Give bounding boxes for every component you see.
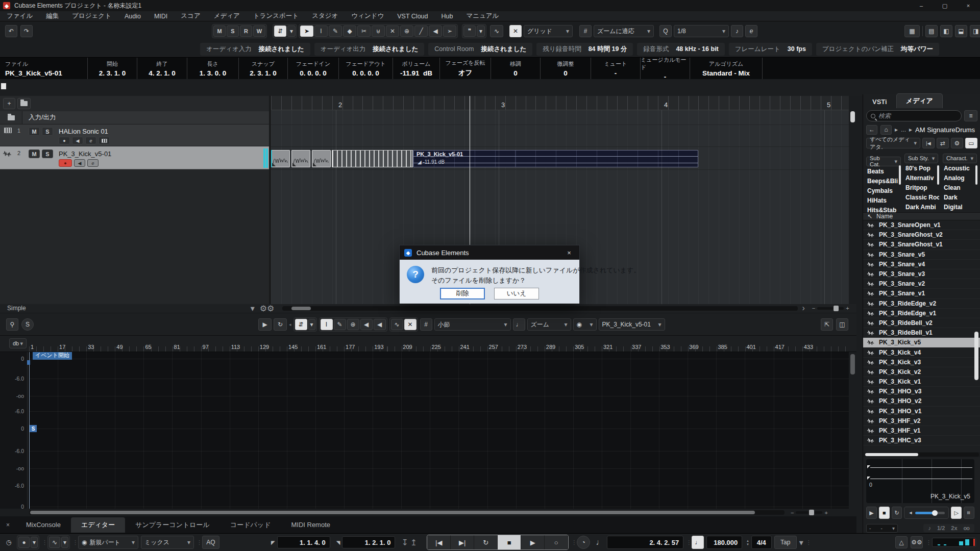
menu-マニュアル[interactable]: マニュアル <box>459 12 505 20</box>
status-segment[interactable]: プロジェクトのパン補正均等パワー <box>816 43 939 56</box>
menu-ファイル[interactable]: ファイル <box>0 12 39 20</box>
time-signature-field[interactable]: 4/4 <box>751 536 772 549</box>
filter-item[interactable]: Beats <box>866 166 901 176</box>
media-type-dropdown[interactable]: すべてのメディアタ. <box>866 138 920 148</box>
filter-item[interactable]: Classic Roc <box>904 192 939 202</box>
info-field[interactable]: アルゴリズムStandard - Mix <box>690 58 763 79</box>
tab-MIDI Remote[interactable]: MIDI Remote <box>281 518 340 532</box>
audio-event-thumbnail[interactable] <box>291 150 310 167</box>
dialog-title-bar[interactable]: ◆ Cubase Elements <box>400 245 579 260</box>
menu-MIDI[interactable]: MIDI <box>148 13 174 20</box>
object-selection-tool[interactable] <box>300 26 313 37</box>
auto-monitor-dropdown[interactable] <box>287 26 296 37</box>
filter-header-dropdown[interactable]: Sub Cat. <box>866 157 901 166</box>
glue-tool[interactable] <box>372 26 385 37</box>
grid-type-dropdown[interactable]: ズームに適応 <box>594 25 654 37</box>
play-button[interactable] <box>521 535 545 549</box>
file-row[interactable]: PK_3_Kick_v4 <box>863 347 980 357</box>
stop-button[interactable] <box>498 535 521 549</box>
project-ruler[interactable]: 2345 <box>271 96 849 110</box>
editor-vertical-scrollbar[interactable] <box>849 352 856 516</box>
autoscroll-icon[interactable] <box>295 319 307 330</box>
beat-sync-icon[interactable] <box>928 525 932 531</box>
track1-solo-button[interactable]: S <box>42 127 53 136</box>
volume-slider[interactable] <box>915 512 945 514</box>
track2-monitor-icon[interactable] <box>74 159 85 167</box>
line-tool[interactable] <box>414 26 428 37</box>
info-field[interactable]: フェードイン0. 0. 0. 0 <box>288 58 339 79</box>
shuffle-icon[interactable] <box>937 138 949 148</box>
file-row[interactable]: PK_3_Snare_v1 <box>863 289 980 298</box>
file-row[interactable]: PK_3_RideBell_v1 <box>863 328 980 338</box>
pin-icon[interactable] <box>6 318 18 331</box>
event-start-line[interactable]: イベント開始 S <box>29 352 30 509</box>
setup-window-layout-icon[interactable] <box>904 25 920 37</box>
scroll-groove[interactable] <box>29 510 785 515</box>
info-field[interactable]: フェーズを反転オフ <box>440 58 491 79</box>
info-field[interactable]: 移調0 <box>491 58 541 79</box>
info-field[interactable]: 長さ1. 3. 0. 0 <box>187 58 239 79</box>
status-segment[interactable]: フレームレート30 fps <box>729 43 812 56</box>
tab-サンプラーコントロール[interactable]: サンプラーコントロール <box>125 517 220 533</box>
tab-エディター[interactable]: エディター <box>71 517 125 533</box>
io-folder-track[interactable]: 入力/出力 <box>0 111 269 124</box>
file-row[interactable]: PK_3_Kick_v1 <box>863 377 980 387</box>
comment-dropdown[interactable] <box>477 26 485 37</box>
track2-record-enable-icon[interactable] <box>59 159 72 167</box>
file-row[interactable]: PK_3_HHC_v3 <box>863 436 980 445</box>
scrollbar-thumb[interactable] <box>865 453 918 456</box>
snap-zero-crossing-icon[interactable] <box>391 319 403 330</box>
erase-tool[interactable] <box>343 26 356 37</box>
info-field[interactable]: 開始2. 3. 1. 0 <box>88 58 137 79</box>
audio-mix-mode-dropdown[interactable]: ミックス <box>141 536 194 549</box>
dialog-close-icon[interactable] <box>559 249 579 257</box>
musical-mode-icon[interactable] <box>513 318 525 331</box>
editor-horizontal-scrollbar[interactable] <box>0 509 849 516</box>
quantize-panel-icon[interactable] <box>745 25 757 37</box>
track1-mute-button[interactable]: M <box>29 127 40 136</box>
status-segment[interactable]: Control Room接続されました <box>428 43 532 56</box>
file-row[interactable]: PK_3_SnareGhost_v1 <box>863 240 980 249</box>
track1-edit-channel-icon[interactable] <box>85 137 96 144</box>
snap-point-marker[interactable]: S <box>30 425 37 432</box>
draw-tool[interactable] <box>334 319 346 330</box>
results-header[interactable]: Name <box>863 212 980 220</box>
status-segment[interactable]: 録音形式48 kHz - 16 bit <box>637 43 724 56</box>
file-row[interactable]: PK_3_SnareOpen_v1 <box>863 220 980 230</box>
use-track-preset-button[interactable] <box>17 98 31 109</box>
midi-record-mode-dropdown[interactable]: ◉新規パート <box>78 536 138 549</box>
results-scrollbar-thumb[interactable] <box>974 332 978 380</box>
menu-VST Cloud[interactable]: VST Cloud <box>390 13 434 20</box>
redo-button[interactable] <box>20 25 33 37</box>
menu-プロジェクト[interactable]: プロジェクト <box>65 12 118 20</box>
maximize-button[interactable] <box>933 0 957 11</box>
track1-name[interactable]: HALion Sonic 01 <box>59 128 108 135</box>
tape-mode-icon[interactable] <box>964 525 969 531</box>
display-mode-dropdown[interactable]: ◉ <box>573 318 597 331</box>
filter-item[interactable]: Alternativ <box>904 173 939 183</box>
solo-all-button[interactable]: S <box>227 26 239 37</box>
horizontal-zoom-control[interactable] <box>812 305 849 311</box>
punch-in-icon[interactable] <box>401 538 408 547</box>
fade-handle[interactable] <box>867 477 870 480</box>
filter-item[interactable]: Clean <box>943 183 977 192</box>
file-row[interactable]: PK_3_RideBell_v2 <box>863 318 980 328</box>
autoscroll-icon[interactable] <box>490 25 503 37</box>
scrollbar-thumb[interactable] <box>850 354 855 374</box>
results-horizontal-scrollbar[interactable] <box>863 452 980 457</box>
filter-item[interactable]: Dark Ambi <box>904 202 939 212</box>
split-tool[interactable] <box>357 26 371 37</box>
close-lower-zone-icon[interactable] <box>0 521 16 529</box>
iterative-quantize-icon[interactable] <box>731 25 743 37</box>
menu-メディア[interactable]: メディア <box>207 12 247 20</box>
preview-loop-button[interactable] <box>892 507 902 519</box>
file-row[interactable]: PK_3_Snare_v3 <box>863 269 980 279</box>
minimize-button[interactable] <box>910 0 933 11</box>
time-format-icon[interactable] <box>596 538 604 547</box>
go-to-end-button[interactable] <box>451 535 474 549</box>
file-row[interactable]: PK_3_HHF_v2 <box>863 416 980 426</box>
tap-tempo-button[interactable]: Tap <box>774 536 797 549</box>
auto-monitor-icon[interactable] <box>274 26 286 37</box>
preview-stop-button[interactable] <box>879 507 890 519</box>
add-track-button[interactable] <box>3 98 15 109</box>
